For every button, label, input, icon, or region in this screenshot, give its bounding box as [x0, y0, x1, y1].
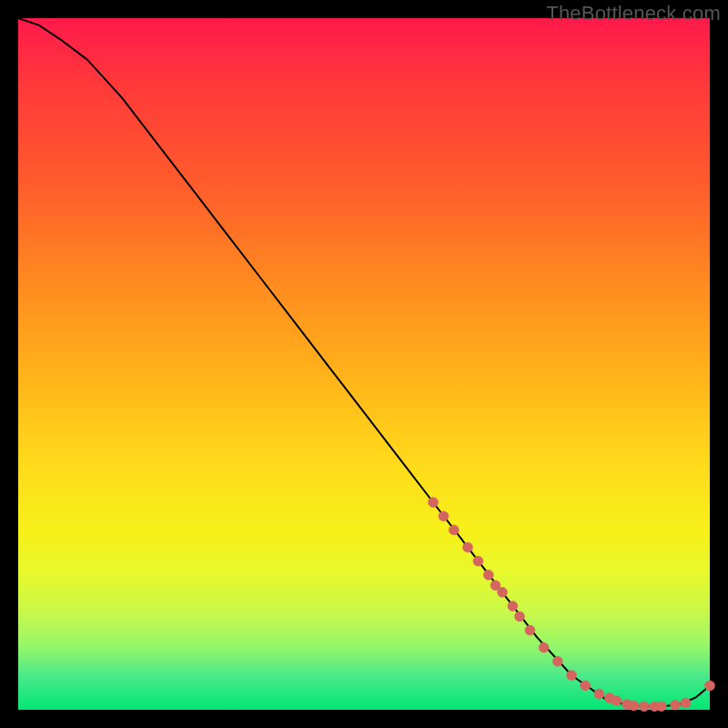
data-marker [612, 696, 622, 706]
data-markers [429, 498, 715, 712]
data-marker [671, 700, 681, 710]
chart-svg [18, 18, 710, 710]
data-marker [508, 602, 518, 612]
chart-root: TheBottleneck.com [0, 0, 728, 728]
data-marker [629, 701, 639, 711]
data-marker [429, 498, 439, 508]
data-marker [639, 702, 649, 712]
data-marker [681, 698, 691, 708]
bottleneck-curve [18, 18, 710, 706]
data-marker [705, 681, 715, 691]
data-marker [567, 671, 577, 681]
data-marker [525, 625, 535, 635]
data-marker [656, 702, 666, 712]
data-marker [439, 511, 449, 521]
data-marker [449, 525, 459, 535]
data-marker [463, 542, 473, 552]
data-marker [473, 556, 483, 566]
data-marker [515, 612, 525, 622]
data-marker [498, 587, 508, 597]
data-marker [539, 642, 549, 652]
data-marker [483, 570, 493, 580]
data-marker [552, 656, 562, 666]
data-marker [594, 689, 604, 699]
data-marker [581, 681, 591, 691]
